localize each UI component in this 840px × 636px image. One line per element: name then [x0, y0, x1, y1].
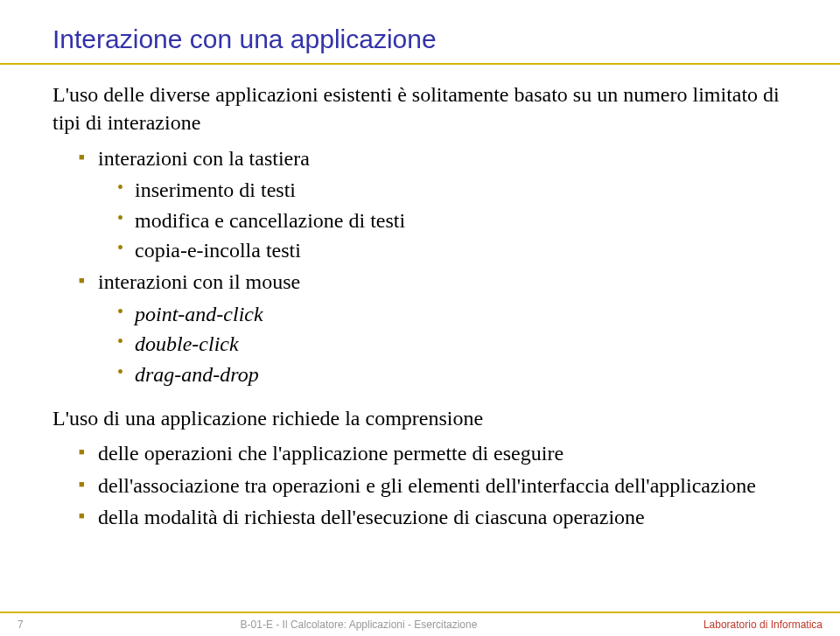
sub-list-item: point-and-click	[117, 300, 788, 328]
keyboard-sub-list: inserimento di testi modifica e cancella…	[117, 176, 788, 264]
comprehension-list: delle operazioni che l'applicazione perm…	[79, 439, 788, 531]
mouse-sub-list: point-and-click double-click drag-and-dr…	[117, 300, 788, 388]
list-item: interazioni con il mouse point-and-click…	[79, 268, 788, 388]
list-item: interazioni con la tastiera inserimento …	[79, 144, 788, 265]
sub-list-item: drag-and-drop	[117, 360, 788, 388]
footer-center-text: B-01-E - Il Calcolatore: Applicazioni - …	[70, 619, 648, 631]
slide-footer: 7 B-01-E - Il Calcolatore: Applicazioni …	[0, 612, 840, 636]
italic-term: drag-and-drop	[135, 363, 259, 386]
italic-term: double-click	[135, 332, 239, 355]
intro-paragraph-1: L'uso delle diverse applicazioni esisten…	[52, 80, 788, 137]
list-item: delle operazioni che l'applicazione perm…	[79, 439, 788, 467]
interaction-types-list: interazioni con la tastiera inserimento …	[79, 144, 788, 388]
sub-list-item: double-click	[117, 330, 788, 358]
footer-right-text: Laboratorio di Informatica	[648, 619, 822, 631]
sub-list-item: copia-e-incolla testi	[117, 236, 788, 264]
slide-title: Interazione con una applicazione	[52, 24, 788, 54]
list-item-text: interazioni con il mouse	[98, 270, 300, 293]
italic-term: point-and-click	[135, 303, 263, 325]
slide-content: L'uso delle diverse applicazioni esisten…	[52, 80, 788, 531]
list-item: della modalità di richiesta dell'esecuzi…	[79, 503, 788, 531]
title-divider	[0, 63, 840, 65]
list-item: dell'associazione tra operazioni e gli e…	[79, 472, 788, 500]
sub-list-item: modifica e cancellazione di testi	[117, 206, 788, 234]
sub-list-item: inserimento di testi	[117, 176, 788, 204]
page-number: 7	[18, 619, 70, 631]
intro-paragraph-2: L'uso di una applicazione richiede la co…	[52, 404, 788, 432]
list-item-text: interazioni con la tastiera	[98, 147, 310, 170]
